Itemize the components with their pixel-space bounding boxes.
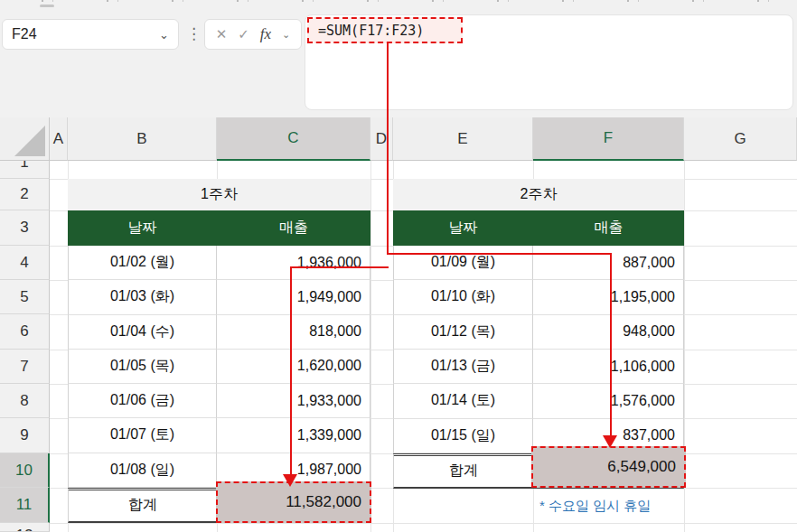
- connector-line-horizontal-left: [290, 266, 389, 268]
- separator-dots-icon: ⋮: [186, 23, 197, 45]
- select-all-button[interactable]: [0, 117, 50, 161]
- connector-line-vertical-to-week1-total: [290, 266, 292, 475]
- sales-cell[interactable]: 1,576,000: [533, 384, 684, 418]
- col-header-F[interactable]: F: [533, 117, 684, 161]
- date-cell[interactable]: 01/09 (월): [393, 246, 533, 280]
- ribbon-strip: [0, 0, 797, 13]
- row-header-7[interactable]: 7: [0, 350, 50, 384]
- connector-line-vertical-to-week2-total: [610, 253, 612, 436]
- week1-table: 1주차 날짜 매출 01/02 (월) 1,936,000 01/03 (화) …: [68, 179, 370, 523]
- col-header-E[interactable]: E: [393, 117, 533, 161]
- formula-buttons: ✕ ✓ fx ⌄: [204, 19, 302, 50]
- week2-note-cell[interactable]: * 수요일 임시 휴일: [539, 493, 651, 518]
- arrowhead-week2-icon: [603, 435, 617, 448]
- name-box-value: F24: [12, 26, 37, 42]
- cancel-icon[interactable]: ✕: [216, 26, 228, 42]
- date-cell[interactable]: 01/07 (토): [68, 418, 217, 453]
- date-cell[interactable]: 01/12 (목): [393, 315, 533, 350]
- week2-sales-header-cell[interactable]: 매출: [533, 210, 684, 246]
- row-header-3[interactable]: 3: [0, 210, 50, 246]
- col-header-C[interactable]: C: [217, 117, 370, 161]
- gridline: [50, 523, 797, 524]
- date-cell[interactable]: 01/05 (목): [68, 350, 217, 384]
- row-header-1[interactable]: 1: [0, 161, 50, 179]
- date-cell[interactable]: 01/15 (일): [393, 419, 533, 453]
- insert-function-fx-icon[interactable]: fx: [260, 25, 271, 43]
- sales-cell[interactable]: 887,000: [533, 246, 684, 280]
- formula-highlight-box: =SUM(F17:F23): [307, 17, 463, 43]
- date-cell[interactable]: 01/08 (일): [68, 453, 217, 488]
- col-header-B[interactable]: B: [68, 117, 217, 161]
- week1-total-label-cell[interactable]: 합계: [68, 488, 217, 523]
- week2-total-value: 6,549,000: [607, 458, 676, 476]
- row-header-12[interactable]: 12: [0, 523, 50, 532]
- week1-total-highlight-box: 11,582,000: [216, 481, 371, 523]
- sales-cell[interactable]: 1,936,000: [217, 246, 370, 280]
- week2-table: 2주차 날짜 매출 01/09 (월) 887,000 01/10 (화) 1,…: [393, 179, 684, 489]
- row-header-10[interactable]: 10: [0, 453, 50, 488]
- fx-chevron-down-icon[interactable]: ⌄: [282, 29, 290, 41]
- week1-total-value: 11,582,000: [286, 493, 361, 511]
- date-cell[interactable]: 01/03 (화): [68, 280, 217, 314]
- sales-cell[interactable]: 1,933,000: [217, 384, 370, 418]
- row-header-6[interactable]: 6: [0, 314, 50, 350]
- date-cell[interactable]: 01/06 (금): [68, 384, 217, 418]
- connector-line-vertical-from-formula: [387, 42, 389, 255]
- date-cell[interactable]: 01/14 (토): [393, 384, 533, 418]
- sales-cell[interactable]: 818,000: [217, 315, 370, 350]
- ribbon-tab-underline: [40, 5, 54, 7]
- week2-total-label-cell[interactable]: 합계: [393, 453, 533, 489]
- arrowhead-week1-icon: [283, 474, 297, 487]
- name-box[interactable]: F24 ⌄: [2, 19, 179, 50]
- sales-cell[interactable]: 948,000: [533, 315, 684, 350]
- row-header-5[interactable]: 5: [0, 280, 50, 314]
- sales-cell[interactable]: 1,339,000: [217, 418, 370, 453]
- sales-cell[interactable]: 1,195,000: [533, 280, 684, 314]
- ribbon-fragments: [0, 0, 797, 2]
- enter-check-icon[interactable]: ✓: [238, 26, 249, 42]
- row-header-2[interactable]: 2: [0, 179, 50, 210]
- col-header-G[interactable]: G: [684, 117, 797, 161]
- connector-line-horizontal-right: [387, 253, 612, 255]
- row-header-11[interactable]: 11: [0, 488, 50, 523]
- sales-cell[interactable]: 1,620,000: [217, 350, 370, 384]
- date-cell[interactable]: 01/10 (화): [393, 280, 533, 314]
- formula-text: =SUM(F17:F23): [318, 23, 424, 39]
- select-all-triangle-icon: [14, 126, 45, 156]
- row-header-8[interactable]: 8: [0, 384, 50, 418]
- week2-total-highlight-box: 6,549,000: [531, 446, 686, 488]
- week1-sales-header-cell[interactable]: 매출: [217, 210, 370, 246]
- sales-cell[interactable]: 1,106,000: [533, 350, 684, 384]
- row-header-9[interactable]: 9: [0, 418, 50, 453]
- col-header-A[interactable]: A: [50, 117, 68, 161]
- gridline: [370, 161, 371, 532]
- week1-title-cell[interactable]: 1주차: [68, 179, 370, 210]
- week2-date-header-cell[interactable]: 날짜: [393, 210, 533, 246]
- week1-date-header-cell[interactable]: 날짜: [68, 210, 217, 246]
- date-cell[interactable]: 01/13 (금): [393, 350, 533, 384]
- date-cell[interactable]: 01/02 (월): [68, 246, 217, 280]
- excel-window: F24 ⌄ ⋮ ✕ ✓ fx ⌄ =SUM(F17:F23) A B C D E…: [0, 0, 797, 532]
- row-header-4[interactable]: 4: [0, 246, 50, 280]
- col-header-D[interactable]: D: [370, 117, 393, 161]
- name-box-chevron-down-icon[interactable]: ⌄: [159, 28, 169, 42]
- sales-cell[interactable]: 1,949,000: [217, 280, 370, 314]
- date-cell[interactable]: 01/04 (수): [68, 315, 217, 350]
- week2-title-cell[interactable]: 2주차: [393, 179, 684, 210]
